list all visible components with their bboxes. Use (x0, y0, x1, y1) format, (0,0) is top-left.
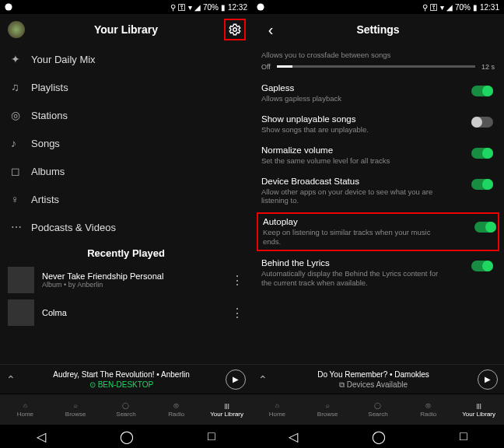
back-icon[interactable]: ◁ (289, 429, 298, 444)
setting-show-unplayable-songs: Show unplayable songs Show songs that ar… (261, 109, 495, 140)
menu-icon: ✦ (11, 53, 31, 65)
tab-your-library[interactable]: |||Your Library (201, 394, 252, 425)
tab-icon: ◯ (122, 402, 129, 409)
library-item-0[interactable]: ✦Your Daily Mix (0, 45, 252, 73)
tab-label: Radio (168, 411, 184, 418)
tab-radio[interactable]: ◎Radio (403, 394, 453, 425)
key-icon: ⚿ (430, 3, 438, 12)
toggle[interactable] (471, 261, 493, 271)
tab-icon: ◯ (374, 402, 381, 409)
tab-search[interactable]: ◯Search (353, 394, 404, 425)
recent-item-0[interactable]: Never Take Friendship PersonalAlbum • by… (0, 264, 252, 296)
tab-search[interactable]: ◯Search (101, 394, 152, 425)
bottom-tabs: ⌂Home⌕Browse◯Search◎Radio|||Your Library (0, 394, 252, 425)
menu-label: Your Daily Mix (31, 54, 96, 65)
tab-icon: ⌂ (23, 402, 27, 409)
setting-label: Show unplayable songs (261, 114, 495, 124)
status-bar: ⚲ ⚿ ▾ ◢ 70% ▮ 12:32 (0, 0, 252, 14)
library-item-1[interactable]: ♫Playlists (0, 73, 252, 101)
bluetooth-icon: ⚲ (422, 3, 428, 12)
setting-desc: Keep on listening to similar tracks when… (263, 228, 442, 247)
menu-icon: ♫ (11, 81, 31, 93)
setting-label: Normalize volume (261, 145, 495, 155)
chevron-up-icon[interactable]: ⌃ (258, 373, 268, 386)
svg-point-0 (5, 3, 12, 10)
tab-browse[interactable]: ⌕Browse (51, 394, 101, 425)
android-nav: ◁ ◯ □ (252, 425, 504, 448)
crossfade-setting: Allows you to crossfade between songs Of… (261, 45, 495, 78)
recent-title: Colma (42, 308, 67, 317)
menu-icon: ◻ (11, 165, 31, 177)
more-icon[interactable]: ⋮ (231, 273, 244, 288)
setting-normalize-volume: Normalize volume Set the same volume lev… (261, 140, 495, 171)
spotify-icon (5, 3, 12, 11)
more-icon[interactable]: ⋮ (231, 306, 244, 320)
play-button[interactable]: ▶ (226, 369, 246, 390)
menu-icon: ♪ (11, 137, 31, 149)
status-bar: ⚲ ⚿ ▾ ◢ 70% ▮ 12:31 (252, 0, 504, 14)
tab-home[interactable]: ⌂Home (252, 394, 303, 425)
menu-label: Songs (31, 138, 60, 149)
now-device: ⊙ BEN-DESKTOP (23, 380, 219, 390)
menu-icon: ◎ (11, 109, 31, 121)
tab-label: Home (17, 411, 33, 418)
recents-icon[interactable]: □ (208, 429, 215, 443)
signal-icon: ◢ (446, 3, 453, 12)
svg-point-1 (233, 28, 237, 32)
tab-icon: ⌕ (74, 402, 78, 409)
setting-label: Device Broadcast Status (261, 177, 495, 186)
tab-label: Browse (317, 411, 338, 418)
home-icon[interactable]: ◯ (120, 429, 134, 444)
setting-label: Behind the Lyrics (261, 258, 495, 268)
toggle[interactable] (474, 222, 496, 233)
recently-played-heading: Recently Played (0, 241, 252, 264)
menu-icon: ♀ (11, 193, 31, 205)
toggle[interactable] (471, 86, 493, 96)
tab-icon: ◎ (425, 402, 431, 409)
page-title: Settings (252, 23, 504, 36)
library-item-6[interactable]: ⋯Podcasts & Videos (0, 213, 252, 241)
tab-label: Your Library (210, 411, 243, 418)
battery-text: 70% (203, 3, 219, 12)
now-track: Do You Remember? • Damokles (275, 369, 471, 380)
library-item-5[interactable]: ♀Artists (0, 185, 252, 213)
tab-browse[interactable]: ⌕Browse (303, 394, 353, 425)
tab-icon: ⌂ (275, 402, 279, 409)
now-playing-bar[interactable]: ⌃ Do You Remember? • Damokles ⧉ Devices … (252, 364, 504, 394)
toggle[interactable] (471, 117, 493, 128)
now-device: ⧉ Devices Available (275, 380, 471, 390)
tab-home[interactable]: ⌂Home (0, 394, 51, 425)
play-button[interactable]: ▶ (478, 369, 498, 390)
avatar[interactable] (8, 21, 25, 38)
recents-icon[interactable]: □ (460, 429, 467, 443)
toggle[interactable] (471, 148, 493, 159)
signal-icon: ◢ (194, 3, 201, 12)
crossfade-slider[interactable]: Off 12 s (261, 60, 495, 72)
menu-label: Artists (31, 194, 59, 205)
now-playing-bar[interactable]: ⌃ Audrey, Start The Revolution! • Anberl… (0, 364, 252, 394)
library-item-2[interactable]: ◎Stations (0, 101, 252, 129)
library-header: Your Library (0, 14, 252, 45)
gear-icon (228, 23, 242, 37)
album-art (8, 267, 34, 293)
settings-list: Allows you to crossfade between songs Of… (252, 45, 504, 364)
tab-radio[interactable]: ◎Radio (151, 394, 201, 425)
tab-your-library[interactable]: |||Your Library (453, 394, 504, 425)
menu-label: Stations (31, 110, 68, 121)
settings-gear-button[interactable] (224, 19, 246, 40)
tab-label: Browse (65, 411, 86, 418)
back-icon[interactable]: ◁ (37, 429, 46, 444)
recent-item-1[interactable]: Colma⋮ (0, 296, 252, 329)
battery-icon: ▮ (221, 3, 226, 12)
menu-label: Playlists (31, 82, 68, 93)
chevron-up-icon[interactable]: ⌃ (6, 373, 16, 386)
library-item-4[interactable]: ◻Albums (0, 157, 252, 185)
back-button[interactable]: ‹ (260, 19, 282, 40)
tab-icon: ||| (476, 402, 481, 409)
toggle[interactable] (471, 179, 493, 190)
tab-icon: ◎ (173, 402, 179, 409)
library-item-3[interactable]: ♪Songs (0, 129, 252, 157)
settings-screen: ⚲ ⚿ ▾ ◢ 70% ▮ 12:31 ‹ Settings Allows yo… (252, 0, 504, 448)
clock: 12:32 (228, 3, 247, 12)
home-icon[interactable]: ◯ (372, 429, 386, 444)
